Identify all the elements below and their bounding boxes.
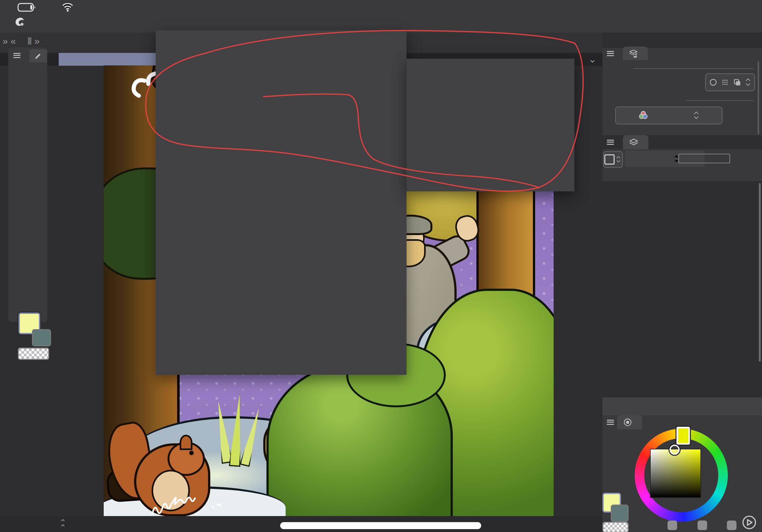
calque-menu-panel bbox=[156, 30, 407, 375]
opacity-slider[interactable] bbox=[678, 154, 730, 163]
tool-palette bbox=[8, 47, 47, 322]
battery-icon bbox=[18, 3, 36, 13]
transparent-color-swatch[interactable] bbox=[18, 348, 49, 360]
hue-selector[interactable] bbox=[676, 427, 690, 445]
wifi-icon bbox=[61, 2, 74, 13]
menu-bar bbox=[0, 15, 762, 33]
saturation-label-badge bbox=[698, 520, 707, 530]
effect-chevrons-icon[interactable] bbox=[744, 77, 752, 88]
pen-tab-icon[interactable] bbox=[29, 49, 47, 62]
value-label-badge bbox=[727, 520, 736, 530]
layer-property-tab[interactable] bbox=[623, 46, 648, 60]
wheel-transparent-swatch[interactable] bbox=[602, 522, 629, 532]
wheel-background-swatch[interactable] bbox=[611, 504, 629, 522]
clip-studio-logo-icon[interactable] bbox=[13, 17, 27, 31]
clip-studio-paint-app: » « ⦀ » › » ‖ ⌄ bbox=[0, 0, 762, 532]
correction-submenu-panel bbox=[407, 59, 574, 191]
background-color-swatch[interactable] bbox=[32, 329, 51, 346]
expand-bottom-icon[interactable]: ⌃⌃ bbox=[59, 520, 66, 530]
layer-panel-menu-icon[interactable] bbox=[607, 140, 614, 145]
layer-list bbox=[602, 181, 762, 397]
property-scrollbar[interactable] bbox=[758, 61, 759, 135]
rgb-circles-icon bbox=[638, 110, 649, 121]
horizontal-scrollbar[interactable] bbox=[280, 522, 481, 529]
layer-bottom-toolbar bbox=[602, 397, 762, 415]
collapse-left-icon[interactable]: » « bbox=[3, 36, 16, 46]
effect-rule bbox=[633, 68, 754, 69]
tone-effect-icon[interactable] bbox=[720, 78, 730, 87]
expression-chevrons-icon bbox=[692, 110, 700, 121]
status-bar bbox=[0, 0, 762, 15]
layers-icon bbox=[629, 137, 639, 147]
sv-square[interactable] bbox=[650, 449, 701, 498]
border-effect-icon[interactable] bbox=[708, 78, 718, 87]
canvas-tab[interactable] bbox=[59, 53, 162, 66]
expression-color-dropdown[interactable] bbox=[615, 106, 723, 124]
palette-menu-icon[interactable] bbox=[13, 53, 21, 58]
effect-buttons bbox=[705, 73, 755, 91]
layer-property-icon bbox=[629, 48, 638, 58]
layer-property-menu-icon[interactable] bbox=[607, 51, 614, 56]
tab-overflow-chevron-icon[interactable]: ⌄ bbox=[588, 54, 596, 65]
layer-controls bbox=[602, 149, 762, 181]
art-squirrel-eye bbox=[189, 451, 194, 455]
hue-label-badge bbox=[667, 520, 677, 530]
color-wheel-tab[interactable] bbox=[617, 415, 642, 429]
art-squirrel-ear bbox=[180, 435, 192, 450]
expression-rule bbox=[686, 100, 754, 101]
sv-selector[interactable] bbox=[669, 445, 680, 455]
play-icon[interactable] bbox=[741, 514, 758, 531]
layer-panel-tab[interactable] bbox=[623, 135, 648, 149]
art-signature bbox=[148, 495, 231, 516]
blend-thumb-chip[interactable] bbox=[603, 151, 623, 168]
color-wheel-menu-icon[interactable] bbox=[607, 420, 614, 425]
color-disc-icon bbox=[623, 418, 633, 427]
palette-handle-icon[interactable]: ⦀ » bbox=[28, 36, 39, 47]
layer-color-effect-icon[interactable] bbox=[732, 78, 742, 87]
clock bbox=[745, 2, 752, 13]
layer-icon-row bbox=[602, 169, 762, 181]
layer-list-scrollbar[interactable] bbox=[759, 183, 761, 362]
